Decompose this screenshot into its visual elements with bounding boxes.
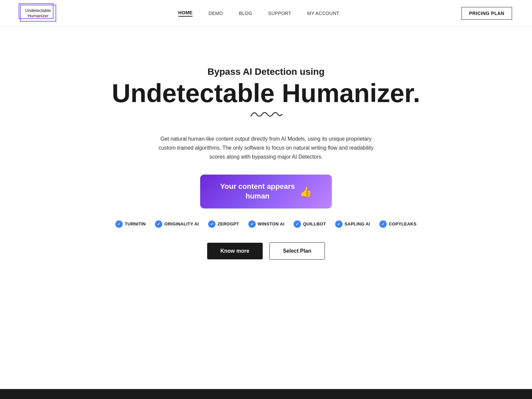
detector-label: ZEROGPT xyxy=(217,221,239,226)
nav-support[interactable]: SUPPORT xyxy=(268,11,292,16)
detector-originality: ✓ ORIGINALITY AI xyxy=(155,220,199,228)
pricing-plan-button[interactable]: PRICING PLAN xyxy=(462,7,512,20)
detector-label: QUILLBOT xyxy=(303,221,326,226)
logo-line1: Undetectable xyxy=(25,8,51,13)
footer-bar xyxy=(0,389,532,399)
cta-buttons: Know more Select Plan xyxy=(207,242,325,260)
check-icon: ✓ xyxy=(115,220,123,228)
badge-line2: human xyxy=(245,192,269,200)
detector-label: COPYLEAKS xyxy=(389,221,417,226)
detector-label: SAPLING AI xyxy=(344,221,370,226)
detector-quillbot: ✓ QUILLBOT xyxy=(294,220,326,228)
nav-blog[interactable]: BLOG xyxy=(239,11,252,16)
hero-description: Get natural human-like content output di… xyxy=(153,134,379,162)
human-badge: Your content appears human 👍 xyxy=(200,175,332,208)
detector-turnitin: ✓ TURNITIN xyxy=(115,220,146,228)
hero-subtitle: Bypass AI Detection using xyxy=(207,66,325,77)
detector-winston: ✓ WINSTON AI xyxy=(248,220,284,228)
check-icon: ✓ xyxy=(155,220,162,228)
detectors-list: ✓ TURNITIN ✓ ORIGINALITY AI ✓ ZEROGPT ✓ … xyxy=(115,220,417,228)
main-nav: HOME DEMO BLOG SUPPORT MY ACCOUNT xyxy=(178,10,339,17)
logo: Undetectable Humanizer xyxy=(20,5,56,22)
nav-demo[interactable]: DEMO xyxy=(208,11,223,16)
select-plan-button[interactable]: Select Plan xyxy=(269,242,325,260)
detector-label: ORIGINALITY AI xyxy=(164,221,199,226)
squiggle-decoration xyxy=(249,108,283,122)
hero-title: Undetectable Humanizer. xyxy=(112,80,420,107)
badge-line1: Your content appears xyxy=(220,182,295,191)
header: Undetectable Humanizer HOME DEMO BLOG SU… xyxy=(0,0,532,27)
check-icon: ✓ xyxy=(208,220,215,228)
detector-sapling: ✓ SAPLING AI xyxy=(335,220,370,228)
logo-line2: Humanizer xyxy=(25,13,51,19)
hero-section: Bypass AI Detection using Undetectable H… xyxy=(0,27,532,286)
detector-label: WINSTON AI xyxy=(258,221,284,226)
thumbs-up-icon: 👍 xyxy=(300,186,312,198)
detector-copyleaks: ✓ COPYLEAKS xyxy=(379,220,417,228)
check-icon: ✓ xyxy=(248,220,256,228)
nav-my-account[interactable]: MY ACCOUNT xyxy=(307,11,339,16)
detector-zerogpt: ✓ ZEROGPT xyxy=(208,220,239,228)
check-icon: ✓ xyxy=(294,220,301,228)
badge-text: Your content appears human xyxy=(220,182,295,201)
nav-home[interactable]: HOME xyxy=(178,10,193,17)
check-icon: ✓ xyxy=(335,220,342,228)
know-more-button[interactable]: Know more xyxy=(207,243,263,259)
detector-label: TURNITIN xyxy=(125,221,146,226)
check-icon: ✓ xyxy=(379,220,387,228)
